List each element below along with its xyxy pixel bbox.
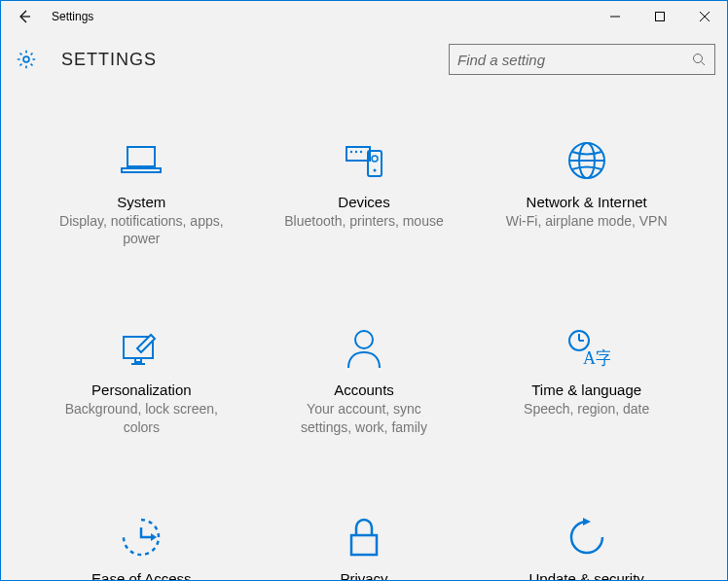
svg-point-13 <box>360 151 362 153</box>
tile-desc: Your account, sync settings, work, famil… <box>281 400 447 435</box>
tile-desc: Wi-Fi, airplane mode, VPN <box>506 212 668 230</box>
svg-point-15 <box>372 156 378 162</box>
svg-rect-8 <box>127 147 155 166</box>
tile-label: System <box>117 194 165 210</box>
settings-grid: System Display, notifications, apps, pow… <box>1 79 727 581</box>
window-title: Settings <box>48 10 93 23</box>
tile-label: Time & language <box>531 381 641 398</box>
update-icon <box>564 514 610 561</box>
svg-point-23 <box>355 331 373 348</box>
svg-rect-2 <box>656 13 665 21</box>
tile-desc: Bluetooth, printers, mouse <box>284 212 443 230</box>
tile-network[interactable]: Network & Internet Wi-Fi, airplane mode,… <box>485 137 688 247</box>
tile-label: Privacy <box>340 570 387 581</box>
tile-label: Accounts <box>334 381 394 398</box>
time-language-icon: A字 <box>564 325 610 372</box>
globe-icon <box>564 137 610 184</box>
svg-rect-9 <box>122 168 161 172</box>
svg-marker-28 <box>151 533 157 541</box>
maximize-icon <box>655 12 665 21</box>
svg-line-7 <box>702 62 706 66</box>
search-box[interactable] <box>449 44 715 75</box>
svg-point-16 <box>373 169 376 172</box>
tile-accounts[interactable]: Accounts Your account, sync settings, wo… <box>263 325 466 435</box>
titlebar: Settings <box>1 1 727 32</box>
devices-icon <box>341 137 387 184</box>
search-input[interactable] <box>457 52 691 68</box>
maximize-button[interactable] <box>637 1 682 32</box>
svg-point-5 <box>23 56 29 62</box>
svg-rect-21 <box>135 358 141 362</box>
svg-point-6 <box>694 54 703 63</box>
tile-desc: Display, notifications, apps, power <box>58 212 224 247</box>
svg-point-12 <box>355 151 357 153</box>
tile-label: Update & security <box>528 570 643 581</box>
laptop-icon <box>118 137 164 184</box>
tile-system[interactable]: System Display, notifications, apps, pow… <box>40 137 243 247</box>
tile-desc: Background, lock screen, colors <box>58 400 224 435</box>
page-title: SETTINGS <box>61 50 157 70</box>
ease-of-access-icon <box>118 514 164 561</box>
minimize-button[interactable] <box>593 1 637 32</box>
tile-privacy[interactable]: Privacy <box>263 514 466 581</box>
tile-devices[interactable]: Devices Bluetooth, printers, mouse <box>263 137 466 247</box>
back-button[interactable] <box>1 1 48 32</box>
close-button[interactable] <box>682 1 727 32</box>
personalization-icon <box>118 325 164 372</box>
close-icon <box>700 12 710 21</box>
svg-rect-10 <box>346 147 370 161</box>
tile-ease-of-access[interactable]: Ease of Access <box>40 514 243 581</box>
minimize-icon <box>610 12 620 21</box>
tile-label: Network & Internet <box>527 194 647 210</box>
svg-rect-29 <box>351 535 377 555</box>
header: SETTINGS <box>1 32 727 79</box>
settings-gear-icon <box>15 48 38 71</box>
tile-label: Ease of Access <box>91 570 192 581</box>
tile-desc: Speech, region, date <box>524 400 649 418</box>
back-arrow-icon <box>17 9 32 24</box>
person-icon <box>341 325 387 372</box>
search-icon <box>691 52 707 67</box>
tile-label: Personalization <box>91 381 192 398</box>
tile-personalization[interactable]: Personalization Background, lock screen,… <box>40 325 243 435</box>
svg-point-11 <box>350 151 352 153</box>
tile-label: Devices <box>338 194 389 210</box>
svg-text:A字: A字 <box>583 348 610 368</box>
tile-time-language[interactable]: A字 Time & language Speech, region, date <box>485 325 688 435</box>
lock-icon <box>341 514 387 561</box>
svg-marker-30 <box>583 518 591 526</box>
tile-update-security[interactable]: Update & security <box>485 514 688 581</box>
